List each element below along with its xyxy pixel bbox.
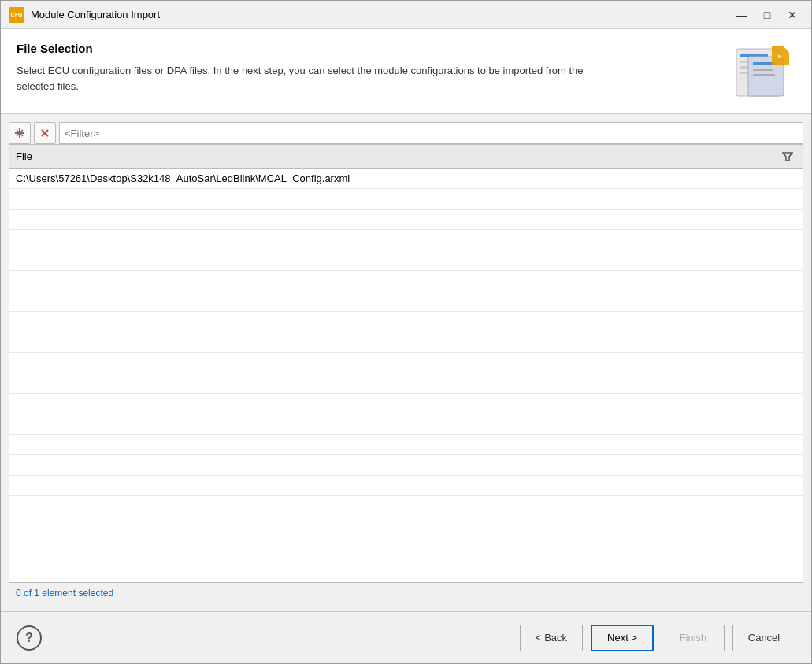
table-row [9, 373, 803, 394]
cancel-button[interactable]: Cancel [732, 625, 795, 651]
table-row [9, 455, 803, 476]
table-row[interactable]: C:\Users\57261\Desktop\S32k148_AutoSar\L… [9, 169, 803, 189]
finish-button[interactable]: Finish [662, 625, 725, 651]
svg-marker-17 [783, 153, 792, 161]
filter-icon [782, 151, 793, 162]
table-row [9, 210, 803, 230]
add-file-button[interactable] [9, 122, 31, 144]
table-row [9, 250, 803, 271]
wizard-icon: » [732, 45, 795, 100]
table-row [9, 332, 803, 353]
add-icon [14, 128, 25, 139]
table-row [9, 353, 803, 373]
page-description: Select ECU configuration files or DPA fi… [17, 63, 607, 94]
page-title: File Selection [17, 42, 717, 55]
window-title: Module Configuration Import [31, 9, 731, 20]
file-table: File C:\Users\57261\Desktop\S32k148_Auto… [9, 144, 803, 603]
header-section: File Selection Select ECU configuration … [1, 29, 811, 114]
app-icon: CFG [9, 7, 24, 23]
table-row [9, 189, 803, 210]
footer-buttons: < Back Next > Finish Cancel [520, 625, 795, 651]
maximize-button[interactable]: □ [756, 6, 778, 24]
status-text: 0 of 1 element selected [16, 588, 113, 599]
help-button[interactable]: ? [17, 625, 42, 651]
svg-rect-7 [753, 69, 773, 71]
column-filter-icon[interactable] [779, 148, 796, 165]
column-file-header: File [16, 150, 779, 162]
table-row [9, 414, 803, 435]
remove-icon [39, 128, 50, 139]
table-row [9, 271, 803, 291]
table-row [9, 291, 803, 312]
back-button[interactable]: < Back [520, 625, 583, 651]
header-text-block: File Selection Select ECU configuration … [17, 42, 717, 94]
remove-file-button[interactable] [34, 122, 56, 144]
filter-wrap [59, 122, 803, 144]
svg-rect-8 [753, 74, 775, 76]
table-row [9, 394, 803, 414]
close-button[interactable]: ✕ [781, 6, 803, 24]
next-button[interactable]: Next > [591, 625, 654, 651]
minimize-button[interactable]: — [731, 6, 753, 24]
content-area: File C:\Users\57261\Desktop\S32k148_Auto… [1, 114, 811, 611]
svg-text:»: » [777, 52, 782, 61]
status-bar: 0 of 1 element selected [9, 582, 803, 603]
table-body: C:\Users\57261\Desktop\S32k148_AutoSar\L… [9, 169, 803, 582]
table-row [9, 230, 803, 250]
footer: ? < Back Next > Finish Cancel [1, 611, 811, 663]
header-icon: » [732, 45, 795, 100]
toolbar-row [9, 122, 803, 144]
dialog-window: CFG Module Configuration Import — □ ✕ Fi… [0, 0, 812, 664]
table-row [9, 435, 803, 455]
table-row [9, 476, 803, 496]
table-header: File [9, 145, 803, 169]
filter-input[interactable] [65, 128, 798, 139]
table-row [9, 312, 803, 332]
title-bar: CFG Module Configuration Import — □ ✕ [1, 1, 811, 29]
window-controls: — □ ✕ [731, 6, 803, 24]
